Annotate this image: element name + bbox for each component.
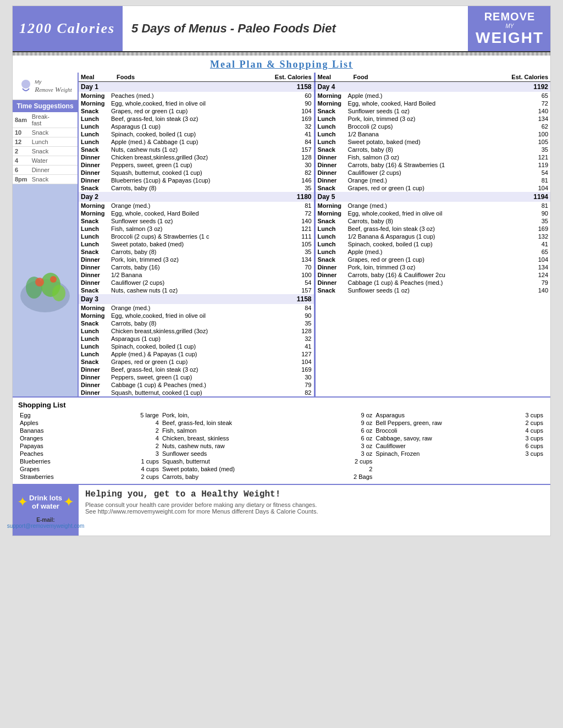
table-data-row: Day 1 1158 Morning Peaches (med.) 60 Mor…: [79, 82, 550, 396]
meal-row: Snack Carrots, baby (8) 35: [79, 319, 314, 327]
bottom-right: Helping you, get to a Healthy Weight! Pl…: [79, 485, 550, 536]
meal-row: Dinner Carrots, baby (16) 70: [79, 263, 314, 271]
meal-type: Dinner: [79, 153, 109, 161]
meal-row: Lunch Chicken breast,skinless,grilled (3…: [79, 327, 314, 335]
calorie-value: 35: [518, 217, 550, 225]
meal-row: Snack Carrots, baby (8) 35: [79, 184, 314, 192]
food-item: Spinach, cooked, boiled (1 cup): [109, 130, 282, 138]
food-item: Peaches (med.): [109, 92, 282, 100]
meal-type: Lunch: [79, 115, 109, 123]
meal-type: Dinner: [79, 256, 109, 263]
meal-row: Dinner Orange (med.) 81: [316, 177, 551, 184]
meal-row: Morning Egg, whole,cooked, fried in oliv…: [79, 312, 314, 319]
meal-type: Lunch: [79, 350, 109, 358]
meal-type: Morning: [79, 209, 109, 217]
food-item: Squash, butternut, cooked (1 cup): [109, 389, 282, 396]
food-item: Fish, salmon (3 oz): [346, 153, 518, 161]
meal-row: Dinner Peppers, sweet, green (1 cup) 30: [79, 161, 314, 169]
meal-type: Dinner: [79, 381, 109, 389]
shopping-item-qty: 9 oz: [326, 419, 374, 427]
food-item: Grapes, red or green (1 cup): [346, 256, 518, 263]
food-item: Carrots, baby (16) & Strawberries (1: [346, 161, 518, 169]
day-total: 1158: [282, 294, 314, 304]
meal-row: Morning Egg, whole, cooked, Hard Boiled …: [316, 100, 551, 107]
food-item: Orange (med.): [109, 304, 282, 312]
shopping-item: Peaches 3: [18, 450, 161, 457]
day-header-row: Day 3 1158: [79, 294, 314, 304]
food-item: Cabbage (1 cup) & Peaches (med.): [346, 279, 518, 286]
time-row-1: 8am Break-fast: [13, 112, 78, 128]
meal-type: Dinner: [316, 177, 346, 184]
meal-row: Dinner Blueberries (1cup) & Papayas (1cu…: [79, 177, 314, 184]
meal-type: Dinner: [79, 169, 109, 177]
calorie-value: 30: [282, 373, 314, 381]
food-item: Grapes, red or green (1 cup): [109, 107, 282, 115]
shopping-item-qty: 4: [108, 419, 161, 427]
time-row-4: 2 Snack: [13, 147, 78, 156]
food-item: 1/2 Banana & Asparagus (1 cup): [346, 233, 518, 240]
shopping-grid: Egg 5 large Apples 4 Bananas 2 Oranges 4…: [18, 411, 545, 481]
meal-type: Snack: [79, 286, 109, 294]
shopping-item-qty: 3 oz: [326, 442, 374, 450]
meal-row: Dinner Cauliflower (2 cups) 54: [316, 169, 551, 177]
meal-type: Snack: [316, 184, 346, 192]
meal-row: Lunch Sweet potato, baked (med) 105: [316, 138, 551, 146]
shopping-item-name: Oranges: [18, 434, 108, 442]
meal-row: Snack Carrots, baby (8) 35: [316, 217, 551, 225]
right-days-table: Day 4 1192 Morning Apple (med.) 65 Morni…: [316, 82, 551, 294]
food-item: Carrots, baby (8): [109, 184, 282, 192]
food-item: Spinach, cooked, boiled (1 cup): [346, 240, 518, 248]
food-item: Sweet potato, baked (med): [109, 240, 282, 248]
shopping-table-1: Egg 5 large Apples 4 Bananas 2 Oranges 4…: [18, 411, 161, 481]
food-item: Egg, whole,cooked, fried in olive oil: [346, 209, 518, 217]
food-item: Orange (med.): [346, 202, 518, 209]
meal-row: Snack Sunflower seeds (1 oz) 140: [316, 107, 551, 115]
calorie-value: 79: [518, 279, 550, 286]
meal-type: Snack: [316, 107, 346, 115]
shopping-item-name: Pork, loin,: [161, 411, 326, 419]
calorie-value: 128: [282, 153, 314, 161]
shopping-item-qty: 3: [108, 450, 161, 457]
meal-type: Dinner: [79, 389, 109, 396]
left-table-header: Meal Foods Est. Calories: [79, 73, 314, 81]
meal-type: Morning: [79, 92, 109, 100]
food-item: Nuts, cashew nuts (1 oz): [109, 286, 282, 294]
food-item: Pork, loin, trimmed (3 oz): [346, 115, 518, 123]
food-item: Beef, grass-fed, loin steak (3 oz): [346, 225, 518, 233]
time-suggestions-title: Time Suggestions: [16, 102, 74, 110]
sidebar: My Remove Weight Time Suggestions 8am Br…: [13, 73, 79, 396]
food-item: Peppers, sweet, green (1 cup): [109, 161, 282, 169]
calorie-value: 140: [282, 217, 314, 225]
food-item: Beef, grass-fed, loin steak (3 oz): [109, 115, 282, 123]
meal-row: Lunch Fish, salmon (3 oz) 121: [79, 225, 314, 233]
meal-type: Morning: [316, 92, 346, 100]
meal-type: Lunch: [316, 233, 346, 240]
shopping-item-name: Chicken, breast, skinless: [161, 434, 326, 442]
shopping-item-qty: 3 cups: [505, 434, 545, 442]
shopping-item: Nuts, cashew nuts, raw 3 oz: [161, 442, 374, 450]
email-label: E-mail:: [36, 517, 54, 523]
meal-type: Morning: [79, 100, 109, 107]
header-meal-left: Meal: [79, 73, 114, 81]
calorie-value: 124: [518, 271, 550, 279]
meal-row: Morning Orange (med.) 81: [79, 202, 314, 209]
meal-type: Morning: [316, 209, 346, 217]
time-8am: 8am: [13, 112, 30, 128]
meal-type: Dinner: [79, 263, 109, 271]
header-left: 1200 Calories: [13, 6, 122, 51]
meal-type: Lunch: [79, 343, 109, 350]
meal-row: Snack Sunflower seeds (1 oz) 140: [79, 217, 314, 225]
meal-row: Lunch Asparagus (1 cup) 32: [79, 123, 314, 130]
calorie-value: 82: [282, 169, 314, 177]
shopping-item: Carrots, baby 2 Bags: [161, 473, 374, 481]
meal-type: Dinner: [79, 271, 109, 279]
meal-row: Lunch 1/2 Banana 100: [316, 130, 551, 138]
calorie-value: 111: [282, 233, 314, 240]
meal-row: Dinner Carrots, baby (16) & Strawberries…: [316, 161, 551, 169]
food-item: Chicken breast,skinless,grilled (3oz): [109, 153, 282, 161]
meal-type: Snack: [316, 146, 346, 153]
shopping-item-qty: 4 cups: [108, 465, 161, 473]
shopping-item: Strawberries 2 cups: [18, 473, 161, 481]
meal-row: Lunch Spinach, cooked, boiled (1 cup) 41: [79, 343, 314, 350]
meal-type: Snack: [79, 217, 109, 225]
